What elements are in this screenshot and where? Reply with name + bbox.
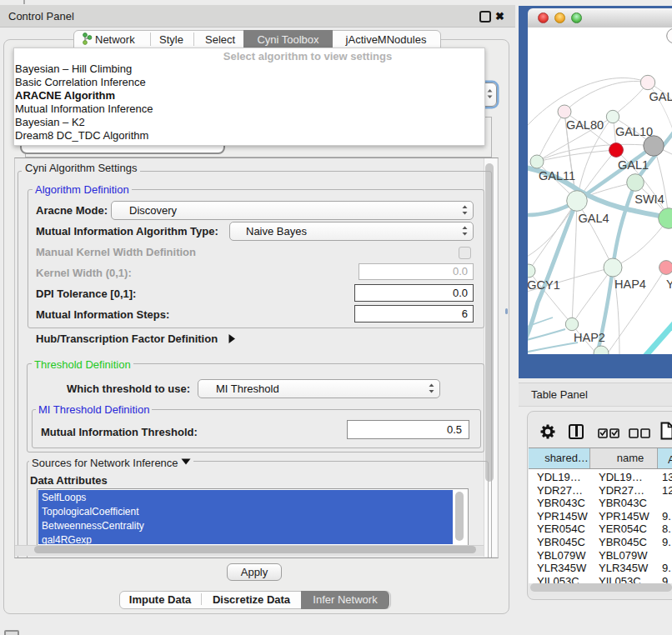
svg-text:HAP4: HAP4 — [614, 278, 646, 291]
svg-text:SWI4: SWI4 — [634, 192, 664, 206]
svg-text:YJ: YJ — [666, 278, 672, 291]
svg-text:GAL4: GAL4 — [578, 212, 609, 225]
svg-text:GAL1: GAL1 — [618, 158, 649, 172]
svg-text:HAP2: HAP2 — [574, 331, 605, 344]
svg-text:GAL7: GAL7 — [649, 90, 672, 103]
svg-text:GAL80: GAL80 — [566, 118, 604, 132]
svg-text:GAL11: GAL11 — [539, 169, 575, 182]
svg-text:GCY1: GCY1 — [528, 278, 560, 292]
svg-text:GAL10: GAL10 — [615, 125, 653, 138]
